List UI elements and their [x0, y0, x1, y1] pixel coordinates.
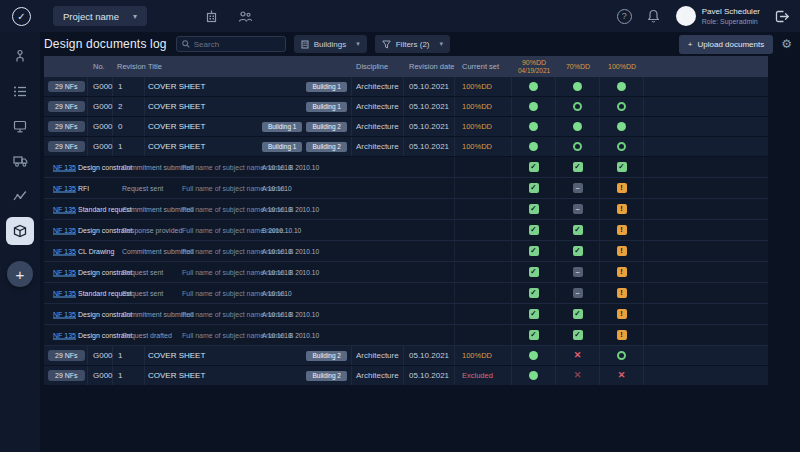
- user-name: Pavel Scheduler: [702, 7, 760, 16]
- status-cell: [512, 77, 556, 96]
- nf-details-cell: NF 135Design constraintResponse provided…: [44, 220, 455, 240]
- building-badge: Building 1: [306, 102, 347, 112]
- nf-number-link[interactable]: NF 135: [53, 332, 76, 339]
- status-approved-check-icon: ✓: [573, 309, 583, 319]
- status-cell: ✕: [600, 366, 644, 385]
- document-row[interactable]: 29 NFsG0001COVER SHEETBuilding 1Building…: [44, 137, 768, 157]
- status-approved-check-icon: ✓: [529, 162, 539, 172]
- app-logo-icon[interactable]: ✓: [12, 7, 31, 26]
- equipment-icon: [13, 49, 27, 63]
- add-button[interactable]: +: [7, 261, 33, 287]
- team-nav-icon[interactable]: [237, 8, 253, 24]
- status-approved-check-icon: ✓: [529, 309, 539, 319]
- nf-code-a: A 10.1010: [262, 311, 292, 318]
- doc-revision-date: 05.10.2021: [404, 137, 455, 156]
- logout-icon[interactable]: [774, 8, 790, 24]
- status-cell: [556, 97, 600, 116]
- settings-gear-icon[interactable]: ⚙: [781, 38, 792, 50]
- nf-row[interactable]: NF 135Design constraintCommitment submit…: [44, 157, 768, 178]
- sidebar-item-monitor[interactable]: [6, 112, 34, 140]
- buildings-nav-icon[interactable]: [203, 8, 219, 24]
- status-cell: [512, 117, 556, 136]
- nf-count-cell: 29 NFs: [44, 137, 88, 156]
- doc-title: COVER SHEET: [148, 142, 205, 151]
- doc-title-cell: COVER SHEETBuilding 1Building 2: [145, 137, 352, 156]
- nf-row[interactable]: NF 135RFIRequest sentFull name of subjec…: [44, 178, 768, 199]
- status-warning-icon: !: [617, 288, 627, 298]
- nf-row[interactable]: NF 135Design constraintRequest sentFull …: [44, 262, 768, 283]
- sidebar-item-tasks[interactable]: [6, 77, 34, 105]
- status-rejected-x-icon: ✕: [618, 371, 626, 380]
- sidebar-item-equipment[interactable]: [6, 42, 34, 70]
- nf-number-link[interactable]: NF 135: [53, 206, 76, 213]
- status-cell: !: [600, 325, 644, 345]
- nf-number-link[interactable]: NF 135: [53, 248, 76, 255]
- status-approved-check-icon: ✓: [529, 225, 539, 235]
- nf-status: Request sent: [122, 185, 163, 192]
- nf-details-cell: NF 135RFIRequest sentFull name of subjec…: [44, 178, 455, 198]
- nf-code-b: B 2010.10: [289, 206, 319, 213]
- buildings-filter[interactable]: Buildings ▾: [294, 35, 367, 53]
- nf-row[interactable]: NF 135Design constraintRequest draftedFu…: [44, 325, 768, 346]
- nf-row[interactable]: NF 135Standard requestRequest sentFull n…: [44, 283, 768, 304]
- filters-button[interactable]: Filters (2) ▾: [375, 35, 450, 53]
- document-row[interactable]: 29 NFsG0001COVER SHEETBuilding 1Architec…: [44, 77, 768, 97]
- spacer-cell: [644, 283, 768, 303]
- doc-title: COVER SHEET: [148, 371, 205, 380]
- nf-number-link[interactable]: NF 135: [53, 227, 76, 234]
- upload-documents-label: Upload documents: [698, 40, 765, 49]
- nf-row[interactable]: NF 135Design constraintResponse provided…: [44, 220, 768, 241]
- search-input[interactable]: [194, 40, 280, 49]
- nf-number-link[interactable]: NF 135: [53, 185, 76, 192]
- status-cell: ✓: [512, 325, 556, 345]
- col-90dd: 90%DD 04/19/2021: [512, 56, 556, 77]
- nf-row[interactable]: NF 135Standard requestCommitment submitt…: [44, 199, 768, 220]
- doc-revision-date: 05.10.2021: [404, 77, 455, 96]
- nf-number-link[interactable]: NF 135: [53, 269, 76, 276]
- current-set-value: 100%DD: [455, 137, 512, 156]
- notifications-icon[interactable]: [646, 8, 662, 24]
- help-icon[interactable]: ?: [617, 9, 632, 24]
- nf-row[interactable]: NF 135Design constraintCommitment submit…: [44, 304, 768, 325]
- status-warning-icon: !: [617, 225, 627, 235]
- spacer-cell: [644, 304, 768, 324]
- table-header-row: No. Revision Title Discipline Revision d…: [44, 56, 768, 77]
- status-cell: [600, 346, 644, 365]
- document-row[interactable]: 29 NFsG0001COVER SHEETBuilding 2Architec…: [44, 366, 768, 386]
- current-set-empty-cell: [455, 157, 512, 177]
- document-row[interactable]: 29 NFsG0001COVER SHEETBuilding 2Architec…: [44, 346, 768, 366]
- nf-code-b: B 2010.10: [289, 269, 319, 276]
- project-selector[interactable]: Project name ▾: [53, 6, 147, 26]
- current-set-value: 100%DD: [455, 77, 512, 96]
- building-badge: Building 2: [306, 351, 347, 361]
- nf-number-link[interactable]: NF 135: [53, 164, 76, 171]
- doc-revision: 0: [113, 117, 145, 136]
- status-na-dash-icon: –: [573, 267, 583, 277]
- package-icon: [13, 224, 27, 238]
- nf-number-link[interactable]: NF 135: [53, 311, 76, 318]
- sidebar-item-documents[interactable]: [6, 217, 34, 245]
- col-current-set: Current set: [455, 56, 512, 77]
- nf-code-a: A 10.1010: [262, 332, 292, 339]
- nf-details-cell: NF 135Design constraintCommitment submit…: [44, 304, 455, 324]
- nf-number-link[interactable]: NF 135: [53, 290, 76, 297]
- upload-documents-button[interactable]: + Upload documents: [679, 35, 773, 54]
- document-row[interactable]: 29 NFsG0002COVER SHEETBuilding 1Architec…: [44, 97, 768, 117]
- plus-icon: +: [688, 40, 693, 49]
- current-set-value: Excluded: [455, 366, 512, 385]
- sidebar-item-analytics[interactable]: [6, 182, 34, 210]
- status-cell: [556, 117, 600, 136]
- document-row[interactable]: 29 NFsG0000COVER SHEETBuilding 1Building…: [44, 117, 768, 137]
- doc-discipline: Architecture: [352, 137, 404, 156]
- doc-discipline: Architecture: [352, 77, 404, 96]
- status-complete-dot-icon: [573, 122, 582, 131]
- sidebar-item-deliveries[interactable]: [6, 147, 34, 175]
- current-set-empty-cell: [455, 241, 512, 261]
- nf-count-cell: 29 NFs: [44, 97, 88, 116]
- nf-details-cell: NF 135Standard requestCommitment submitt…: [44, 199, 455, 219]
- user-avatar[interactable]: [676, 6, 696, 26]
- spacer-cell: [644, 346, 768, 365]
- doc-title-cell: COVER SHEETBuilding 1: [145, 77, 352, 96]
- spacer-cell: [644, 366, 768, 385]
- nf-row[interactable]: NF 135CL DrawingCommitment submittedFull…: [44, 241, 768, 262]
